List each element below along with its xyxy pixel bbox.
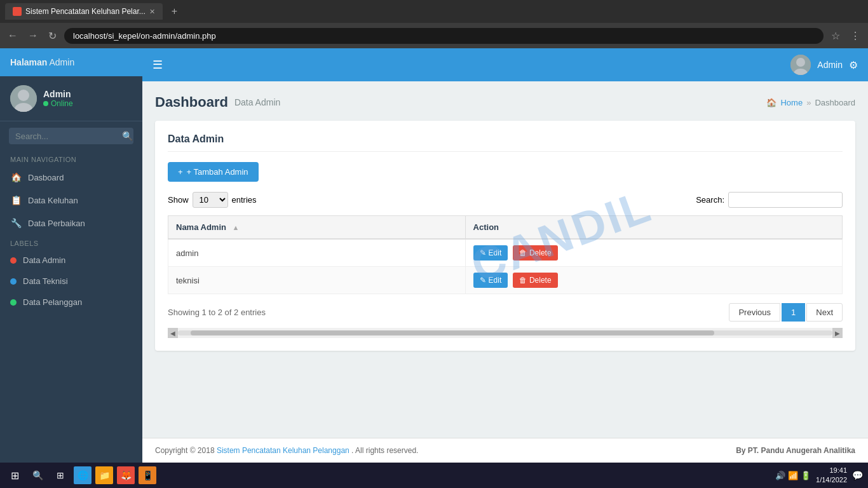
page-title: Dashboard <box>155 94 228 111</box>
page-1-btn[interactable]: 1 <box>782 303 805 322</box>
scroll-area[interactable]: ◀ ▶ <box>168 328 843 338</box>
breadcrumb-home-link[interactable]: Home <box>780 98 803 107</box>
status-dot <box>43 101 48 106</box>
scroll-thumb[interactable] <box>191 330 714 336</box>
taskbar-chrome-icon[interactable]: 🌐 <box>74 466 92 484</box>
brand-text: Halaman Admin <box>10 57 74 67</box>
delete-btn-2[interactable]: 🗑 Delete <box>513 273 558 288</box>
search-input[interactable] <box>15 132 122 141</box>
edit-btn-1[interactable]: ✎ Edit <box>473 245 508 261</box>
table-controls: Show 10 25 50 100 entries Search: <box>168 192 843 208</box>
page-subtitle: Data Admin <box>234 97 280 107</box>
volume-icon: 🔊 <box>775 471 785 480</box>
showing-text: Showing 1 to 2 of 2 entries <box>168 308 266 317</box>
card-title: Data Admin <box>168 133 843 152</box>
page-header: Dashboard Data Admin 🏠 Home » Dashboard <box>155 94 855 111</box>
svg-point-4 <box>796 58 805 67</box>
edit-icon-2: ✎ <box>480 276 486 285</box>
delete-btn-1[interactable]: 🗑 Delete <box>513 245 558 261</box>
sort-icon: ▲ <box>233 224 240 231</box>
card: CANDIL Data Admin + + Tambah Admin Show … <box>155 121 855 351</box>
sidebar-item-dashboard-label: Dasboard <box>28 173 64 182</box>
hamburger-btn[interactable]: ☰ <box>153 58 163 72</box>
footer-copyright: Copyright © 2018 <box>155 446 217 455</box>
labels-section: Data Admin Data Teknisi Data Pelanggan <box>0 250 142 313</box>
taskbar-search-btn[interactable]: 🔍 <box>28 466 47 485</box>
browser-tab[interactable]: Sistem Pencatatan Keluhan Pelar... ✕ <box>5 3 163 20</box>
app-container: Halaman Admin Admin Online <box>0 48 868 463</box>
scroll-left-btn[interactable]: ◀ <box>168 328 178 338</box>
notification-icon[interactable]: 💬 <box>852 470 863 480</box>
battery-icon: 🔋 <box>801 471 811 480</box>
settings-btn[interactable]: ⚙ <box>849 59 858 71</box>
taskbar-apps-btn[interactable]: ⊞ <box>51 466 70 485</box>
label-pelanggan-text: Data Pelanggan <box>23 297 82 307</box>
labels-label: LABELS <box>0 234 142 250</box>
edit-btn-2[interactable]: ✎ Edit <box>473 273 508 288</box>
refresh-btn[interactable]: ↻ <box>46 27 59 44</box>
back-btn[interactable]: ← <box>5 27 20 44</box>
app-icon: 📱 <box>142 470 153 480</box>
sidebar-brand: Halaman Admin <box>0 48 142 76</box>
label-item-pelanggan[interactable]: Data Pelanggan <box>0 292 142 313</box>
admin-label: Admin <box>817 60 843 70</box>
show-label: Show <box>168 195 189 205</box>
footer-by: By PT. Pandu Anugerah Analitika <box>736 446 855 455</box>
cell-nama-1: admin <box>168 239 466 267</box>
label-item-teknisi[interactable]: Data Teknisi <box>0 271 142 292</box>
table-head: Nama Admin ▲ Action <box>168 216 843 240</box>
delete-icon-2: 🗑 <box>519 276 527 285</box>
sidebar-item-perbaikan-label: Data Perbaikan <box>28 219 85 228</box>
breadcrumb-home-icon: 🏠 <box>766 98 776 107</box>
plus-icon: + <box>178 167 183 177</box>
explorer-icon: 📁 <box>99 470 110 480</box>
label-item-admin[interactable]: Data Admin <box>0 250 142 271</box>
taskbar-apps-icon: ⊞ <box>57 470 64 480</box>
next-btn[interactable]: Next <box>806 303 843 322</box>
breadcrumb: 🏠 Home » Dashboard <box>766 98 855 107</box>
sidebar-item-keluhan[interactable]: 📋 Data Keluhan <box>0 189 142 212</box>
new-tab-btn[interactable]: + <box>168 6 181 17</box>
pelanggan-dot <box>10 299 17 306</box>
firefox-icon: 🦊 <box>121 470 132 480</box>
sidebar: Halaman Admin Admin Online <box>0 48 142 463</box>
taskbar-firefox-icon[interactable]: 🦊 <box>117 466 135 484</box>
navbar-right: Admin ⚙ <box>790 55 858 75</box>
prev-btn[interactable]: Previous <box>729 303 780 322</box>
windows-start-btn[interactable]: ⊞ <box>5 466 24 485</box>
taskbar-right: 🔊 📶 🔋 19:41 1/14/2022 💬 <box>775 466 863 485</box>
taskbar-app-icon[interactable]: 📱 <box>139 466 156 484</box>
footer-left: Copyright © 2018 Sistem Pencatatan Keluh… <box>155 446 418 455</box>
forward-btn[interactable]: → <box>25 27 41 44</box>
taskbar-clock: 19:41 1/14/2022 <box>816 466 847 485</box>
footer-app-link[interactable]: Sistem Pencatatan Keluhan Pelanggan <box>217 446 349 455</box>
sidebar-item-perbaikan[interactable]: 🔧 Data Perbaikan <box>0 212 142 234</box>
breadcrumb-sep: » <box>806 98 811 107</box>
address-input[interactable] <box>64 28 824 44</box>
svg-point-1 <box>18 90 29 101</box>
breadcrumb-current: Dashboard <box>815 98 855 107</box>
footer-rights: . All rights reserved. <box>351 446 418 455</box>
col-nama-admin[interactable]: Nama Admin ▲ <box>168 216 466 240</box>
top-navbar: ☰ Admin ⚙ <box>142 48 868 81</box>
perbaikan-icon: 🔧 <box>10 218 22 228</box>
tab-close-btn[interactable]: ✕ <box>149 8 155 16</box>
sidebar-item-dashboard[interactable]: 🏠 Dasboard <box>0 166 142 189</box>
add-admin-button[interactable]: + + Tambah Admin <box>168 162 259 182</box>
table-search-input[interactable] <box>728 192 843 208</box>
scroll-right-btn[interactable]: ▶ <box>832 328 843 338</box>
search-label: Search: <box>696 195 724 205</box>
col-action: Action <box>465 216 842 240</box>
cell-nama-2: teknisi <box>168 267 466 294</box>
taskbar: ⊞ 🔍 ⊞ 🌐 📁 🦊 📱 🔊 📶 🔋 19:41 1/14/2022 <box>0 463 868 488</box>
tab-favicon <box>13 7 22 16</box>
entries-select[interactable]: 10 25 50 100 <box>193 192 228 208</box>
cell-action-1: ✎ Edit 🗑 Delete <box>465 239 842 267</box>
browser-menu-btn[interactable]: ⋮ <box>848 27 863 44</box>
taskbar-explorer-icon[interactable]: 📁 <box>95 466 113 484</box>
taskbar-date-display: 1/14/2022 <box>816 475 847 485</box>
taskbar-time-display: 19:41 <box>816 466 847 475</box>
cell-action-2: ✎ Edit 🗑 Delete <box>465 267 842 294</box>
search-icon: 🔍 <box>122 131 133 141</box>
bookmark-btn[interactable]: ☆ <box>829 27 843 44</box>
